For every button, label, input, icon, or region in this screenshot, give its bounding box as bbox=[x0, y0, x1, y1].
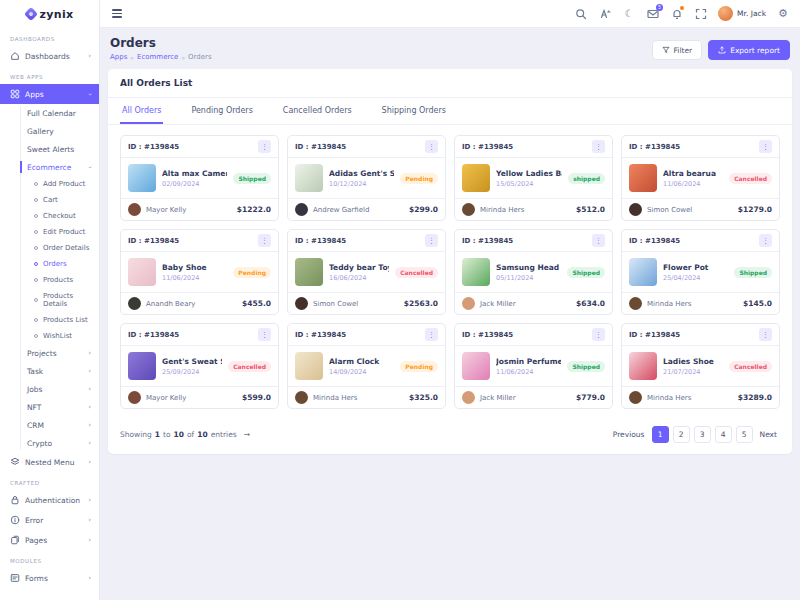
tab-pending-orders[interactable]: Pending Orders bbox=[189, 98, 254, 124]
breadcrumb-apps[interactable]: Apps bbox=[110, 53, 127, 61]
order-card: ID : #139845⋮ Samsung Head Set05/11/2024… bbox=[454, 229, 613, 315]
sidebar-item-edit-product[interactable]: Edit Product bbox=[0, 224, 99, 240]
sidebar-item-crm[interactable]: CRM› bbox=[0, 416, 99, 434]
chevron-right-icon: › bbox=[88, 53, 91, 60]
product-image bbox=[462, 164, 490, 192]
buyer-avatar bbox=[128, 391, 141, 404]
fullscreen-button[interactable] bbox=[694, 7, 708, 21]
buyer-avatar bbox=[295, 297, 308, 310]
pages-icon bbox=[10, 535, 20, 545]
tab-all-orders[interactable]: All Orders bbox=[120, 98, 163, 124]
sidebar-item-task[interactable]: Task› bbox=[0, 362, 99, 380]
layers-icon bbox=[10, 457, 20, 467]
pagination-page-2[interactable]: 2 bbox=[673, 426, 690, 443]
sidebar-item-sweet-alerts[interactable]: Sweet Alerts bbox=[0, 140, 99, 158]
brand[interactable]: zynix bbox=[0, 0, 99, 28]
settings-button[interactable]: ⚙ bbox=[776, 7, 790, 21]
order-price: $325.0 bbox=[409, 393, 438, 402]
sidebar: zynix DASHBOARDS Dashboards › WEB APPS A… bbox=[0, 0, 100, 600]
user-menu[interactable]: Mr. Jack bbox=[718, 6, 766, 21]
buyer-avatar bbox=[128, 297, 141, 310]
sidebar-item-label: Task bbox=[27, 367, 43, 376]
product-name: Josmin Perfume bbox=[496, 357, 561, 366]
buyer-avatar bbox=[462, 297, 475, 310]
messages-button[interactable]: 5 bbox=[646, 7, 660, 21]
tab-cancelled-orders[interactable]: Cancelled Orders bbox=[281, 98, 354, 124]
navbar-actions: ☾ 5 Mr. Jack ⚙ bbox=[574, 6, 790, 21]
sidebar-item-pages[interactable]: Pages › bbox=[0, 530, 99, 550]
chevron-right-icon: › bbox=[88, 368, 91, 375]
header-actions: Filter Export report bbox=[652, 40, 790, 60]
pagination-page-5[interactable]: 5 bbox=[736, 426, 753, 443]
sidebar-item-checkout[interactable]: Checkout bbox=[0, 208, 99, 224]
order-menu-button[interactable]: ⋮ bbox=[759, 328, 772, 341]
dark-mode-button[interactable]: ☾ bbox=[622, 7, 636, 21]
sidebar-item-nft[interactable]: NFT› bbox=[0, 398, 99, 416]
breadcrumb-ecommerce[interactable]: Ecommerce bbox=[137, 53, 178, 61]
sidebar-item-order-details[interactable]: Order Details bbox=[0, 240, 99, 256]
pagination-previous[interactable]: Previous bbox=[610, 426, 648, 443]
order-menu-button[interactable]: ⋮ bbox=[759, 234, 772, 247]
pagination-page-4[interactable]: 4 bbox=[715, 426, 732, 443]
brand-name: zynix bbox=[40, 8, 74, 21]
buyer-name: Jack Miller bbox=[480, 300, 516, 308]
sidebar-item-products[interactable]: Products bbox=[0, 272, 99, 288]
order-menu-button[interactable]: ⋮ bbox=[759, 140, 772, 153]
order-price: $512.0 bbox=[576, 205, 605, 214]
sidebar-item-gallery[interactable]: Gallery bbox=[0, 122, 99, 140]
order-date: 25/04/2024 bbox=[663, 274, 728, 282]
moon-icon: ☾ bbox=[625, 9, 634, 19]
order-id: ID : #139845 bbox=[462, 237, 513, 245]
sidebar-item-jobs[interactable]: Jobs› bbox=[0, 380, 99, 398]
product-image bbox=[128, 258, 156, 286]
status-badge: Pending bbox=[400, 173, 438, 184]
translate-button[interactable] bbox=[598, 7, 612, 21]
sidebar-item-add-product[interactable]: Add Product bbox=[0, 176, 99, 192]
sidebar-item-apps[interactable]: Apps › bbox=[0, 84, 99, 104]
order-menu-button[interactable]: ⋮ bbox=[258, 328, 271, 341]
bullet-icon bbox=[34, 230, 38, 234]
order-menu-button[interactable]: ⋮ bbox=[592, 328, 605, 341]
order-menu-button[interactable]: ⋮ bbox=[425, 328, 438, 341]
sidebar-item-dashboards[interactable]: Dashboards › bbox=[0, 46, 99, 66]
sidebar-item-nested-menu[interactable]: Nested Menu › bbox=[0, 452, 99, 472]
sidebar-item-authentication[interactable]: Authentication › bbox=[0, 490, 99, 510]
sidebar-item-label: Forms bbox=[25, 574, 48, 583]
notifications-button[interactable] bbox=[670, 7, 684, 21]
sidebar-item-ecommerce[interactable]: Ecommerce › bbox=[0, 158, 99, 176]
order-card: ID : #139845⋮ Altra bearua11/06/2024 Can… bbox=[621, 135, 780, 221]
order-menu-button[interactable]: ⋮ bbox=[592, 140, 605, 153]
arrow-right-icon[interactable]: → bbox=[244, 430, 250, 439]
sidebar-item-crypto[interactable]: Crypto› bbox=[0, 434, 99, 452]
pagination-next[interactable]: Next bbox=[757, 426, 780, 443]
sidebar-item-orders[interactable]: Orders bbox=[0, 256, 99, 272]
pagination-page-3[interactable]: 3 bbox=[694, 426, 711, 443]
menu-toggle-icon[interactable] bbox=[110, 7, 124, 19]
order-date: 16/06/2024 bbox=[329, 274, 389, 282]
tab-shipping-orders[interactable]: Shipping Orders bbox=[380, 98, 448, 124]
sidebar-item-label: Error bbox=[25, 516, 43, 525]
pagination-page-1[interactable]: 1 bbox=[652, 426, 669, 443]
search-icon bbox=[575, 8, 587, 20]
sidebar-item-wishlist[interactable]: WishList bbox=[0, 328, 99, 344]
sidebar-item-full-calendar[interactable]: Full Calendar bbox=[0, 104, 99, 122]
order-menu-button[interactable]: ⋮ bbox=[425, 234, 438, 247]
sidebar-item-error[interactable]: Error › bbox=[0, 510, 99, 530]
export-report-button[interactable]: Export report bbox=[708, 40, 790, 60]
message-count-badge: 5 bbox=[656, 4, 663, 11]
order-menu-button[interactable]: ⋮ bbox=[258, 234, 271, 247]
bullet-icon bbox=[34, 246, 38, 250]
order-date: 14/09/2024 bbox=[329, 368, 394, 376]
sidebar-item-products-details[interactable]: Products Details bbox=[0, 288, 99, 312]
sidebar-item-label: Cart bbox=[43, 196, 58, 204]
order-menu-button[interactable]: ⋮ bbox=[258, 140, 271, 153]
sidebar-item-cart[interactable]: Cart bbox=[0, 192, 99, 208]
order-menu-button[interactable]: ⋮ bbox=[425, 140, 438, 153]
order-menu-button[interactable]: ⋮ bbox=[592, 234, 605, 247]
sidebar-item-forms[interactable]: Forms › bbox=[0, 568, 99, 588]
filter-button[interactable]: Filter bbox=[652, 40, 703, 60]
sidebar-item-projects[interactable]: Projects› bbox=[0, 344, 99, 362]
bullet-icon bbox=[34, 298, 38, 302]
search-button[interactable] bbox=[574, 7, 588, 21]
sidebar-item-products-list[interactable]: Products List bbox=[0, 312, 99, 328]
